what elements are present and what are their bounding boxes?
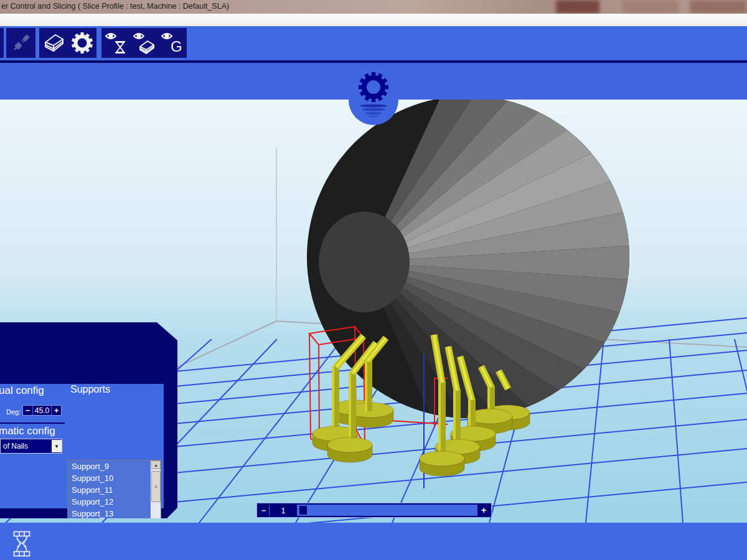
title-bar[interactable]: er Control and Slicing ( Slice Profile :… [0, 0, 747, 14]
gear-reflection [360, 104, 387, 117]
support-config-panel[interactable]: ual config Deg: − 45.0 + matic config of… [0, 322, 177, 518]
show-supports-icon [105, 31, 128, 55]
application-window: er Control and Slicing ( Slice Profile :… [0, 0, 747, 560]
scroll-up-icon[interactable]: ▲ [151, 460, 161, 469]
manual-config-title: ual config [0, 385, 44, 397]
slider-track[interactable] [298, 505, 477, 516]
disconnect-plug-icon [10, 32, 32, 54]
vertical-scroll-thumb[interactable]: ≡ [151, 471, 161, 502]
toolbar-button-connect[interactable] [6, 28, 35, 58]
dropdown-arrow-icon[interactable]: ▼ [52, 440, 62, 452]
titlebar-glass-blob [690, 0, 747, 14]
main-toolbar: G [0, 26, 747, 60]
slider-plus-button[interactable]: + [477, 505, 490, 516]
support-config-body: ual config Deg: − 45.0 + matic config of… [0, 384, 164, 508]
slider-minus-button[interactable]: − [258, 505, 269, 516]
list-item[interactable]: Support_12 [68, 496, 151, 508]
list-item[interactable]: Support_9 [68, 460, 151, 472]
slider-value: 1 [270, 505, 297, 516]
deg-stepper: − 45.0 + [22, 405, 62, 416]
toolbar-button-show-supports[interactable] [101, 28, 131, 58]
toolbar-button-show-slices[interactable] [129, 28, 159, 58]
settings-gear-icon [70, 31, 94, 55]
titlebar-glass-blob [622, 0, 679, 14]
list-item[interactable]: Support_13 [68, 508, 151, 520]
svg-text:G: G [171, 38, 182, 55]
bottom-status-bar [0, 523, 747, 560]
window-title: er Control and Slicing ( Slice Profile :… [1, 2, 229, 11]
supports-list-title: Supports [70, 384, 110, 395]
toolbar-button-slice-view[interactable] [39, 28, 68, 58]
support-type-dropdown[interactable]: of Nails ▼ [0, 439, 62, 454]
toolbar-button-partial[interactable] [0, 28, 4, 58]
gear-tab-icon[interactable] [349, 64, 398, 120]
show-slices-icon [133, 31, 156, 55]
show-gcode-icon: G [161, 31, 184, 55]
deg-plus-button[interactable]: + [52, 406, 61, 415]
deg-value[interactable]: 45.0 [33, 406, 51, 415]
deg-label: Deg: [6, 408, 21, 416]
layer-slider: − 1 + [257, 503, 491, 517]
titlebar-glass-blob [556, 0, 599, 14]
slice-cake-icon [44, 32, 65, 54]
menu-strip [0, 14, 747, 26]
toolbar-button-settings[interactable] [67, 28, 96, 58]
cone-apex [319, 212, 410, 312]
support-type-value: of Nails [1, 442, 52, 450]
support-column-icon[interactable] [13, 531, 31, 557]
toolbar-button-show-gcode[interactable]: G [157, 28, 187, 58]
section-divider [0, 422, 65, 424]
list-item[interactable]: Support_11 [68, 484, 151, 496]
list-item[interactable]: Support_10 [68, 472, 151, 484]
deg-minus-button[interactable]: − [23, 406, 32, 415]
slider-thumb[interactable] [299, 506, 307, 515]
automatic-config-title: matic config [0, 425, 55, 437]
